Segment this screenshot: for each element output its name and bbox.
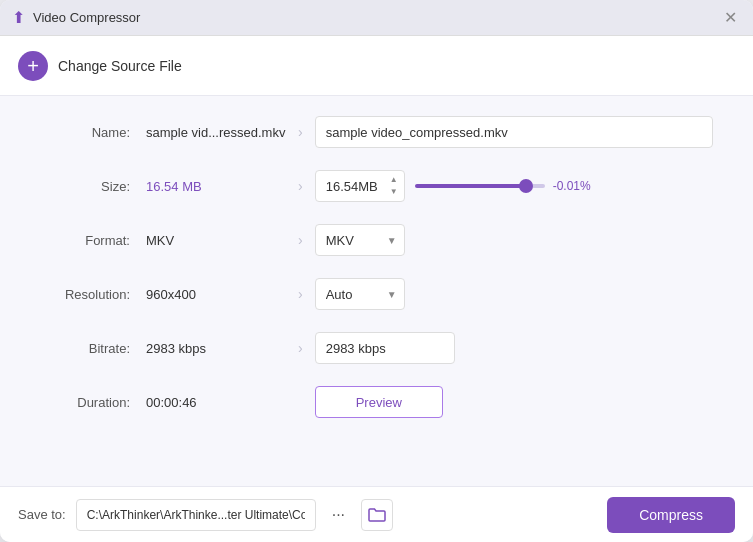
format-select-wrap: MKV MP4 AVI MOV ▼ xyxy=(315,224,405,256)
title-bar: ⬆ Video Compressor ✕ xyxy=(0,0,753,36)
compress-button[interactable]: Compress xyxy=(607,497,735,533)
save-path-input[interactable] xyxy=(76,499,316,531)
title-bar-left: ⬆ Video Compressor xyxy=(12,8,140,27)
name-control xyxy=(315,116,713,148)
folder-icon xyxy=(368,507,386,523)
format-control: MKV MP4 AVI MOV ▼ xyxy=(315,224,713,256)
size-percent: -0.01% xyxy=(553,179,591,193)
bitrate-arrow: › xyxy=(298,340,303,356)
bitrate-original: 2983 kbps xyxy=(146,341,286,356)
resolution-original: 960x400 xyxy=(146,287,286,302)
duration-value: 00:00:46 xyxy=(146,395,286,410)
change-source-label: Change Source File xyxy=(58,58,182,74)
duration-label: Duration: xyxy=(40,395,130,410)
size-slider[interactable] xyxy=(415,184,545,188)
resolution-label: Resolution: xyxy=(40,287,130,302)
size-row: Size: 16.54 MB › ▲ ▼ -0.01% xyxy=(40,170,713,202)
size-spinner: ▲ ▼ xyxy=(387,175,401,198)
name-row: Name: sample vid...ressed.mkv › xyxy=(40,116,713,148)
size-input-wrap: ▲ ▼ xyxy=(315,170,405,202)
duration-control: Preview xyxy=(315,386,713,418)
folder-button[interactable] xyxy=(361,499,393,531)
name-arrow: › xyxy=(298,124,303,140)
resolution-control: Auto 1080p 720p 480p 360p ▼ xyxy=(315,278,713,310)
form-content: Name: sample vid...ressed.mkv › Size: 16… xyxy=(0,96,753,486)
bitrate-row: Bitrate: 2983 kbps › xyxy=(40,332,713,364)
format-select[interactable]: MKV MP4 AVI MOV xyxy=(315,224,405,256)
plus-icon: + xyxy=(18,51,48,81)
size-slider-wrap: -0.01% xyxy=(415,179,713,193)
bitrate-control xyxy=(315,332,713,364)
resolution-row: Resolution: 960x400 › Auto 1080p 720p 48… xyxy=(40,278,713,310)
dots-button[interactable]: ··· xyxy=(326,504,351,526)
change-source-button[interactable]: + Change Source File xyxy=(18,51,182,81)
size-label: Size: xyxy=(40,179,130,194)
size-arrow: › xyxy=(298,178,303,194)
footer: Save to: ··· Compress xyxy=(0,486,753,542)
size-control: ▲ ▼ -0.01% xyxy=(315,170,713,202)
size-up-button[interactable]: ▲ xyxy=(387,175,401,186)
name-output-input[interactable] xyxy=(315,116,713,148)
resolution-select-wrap: Auto 1080p 720p 480p 360p ▼ xyxy=(315,278,405,310)
name-label: Name: xyxy=(40,125,130,140)
format-original: MKV xyxy=(146,233,286,248)
duration-row: Duration: 00:00:46 › Preview xyxy=(40,386,713,418)
size-down-button[interactable]: ▼ xyxy=(387,187,401,198)
bitrate-label: Bitrate: xyxy=(40,341,130,356)
bitrate-input[interactable] xyxy=(315,332,455,364)
format-row: Format: MKV › MKV MP4 AVI MOV ▼ xyxy=(40,224,713,256)
resolution-arrow: › xyxy=(298,286,303,302)
save-to-label: Save to: xyxy=(18,507,66,522)
video-compressor-window: ⬆ Video Compressor ✕ + Change Source Fil… xyxy=(0,0,753,542)
window-title: Video Compressor xyxy=(33,10,140,25)
close-button[interactable]: ✕ xyxy=(720,8,741,28)
name-original: sample vid...ressed.mkv xyxy=(146,125,286,140)
app-icon: ⬆ xyxy=(12,8,25,27)
resolution-select[interactable]: Auto 1080p 720p 480p 360p xyxy=(315,278,405,310)
format-arrow: › xyxy=(298,232,303,248)
format-label: Format: xyxy=(40,233,130,248)
toolbar: + Change Source File xyxy=(0,36,753,96)
size-original: 16.54 MB xyxy=(146,179,286,194)
preview-button[interactable]: Preview xyxy=(315,386,443,418)
